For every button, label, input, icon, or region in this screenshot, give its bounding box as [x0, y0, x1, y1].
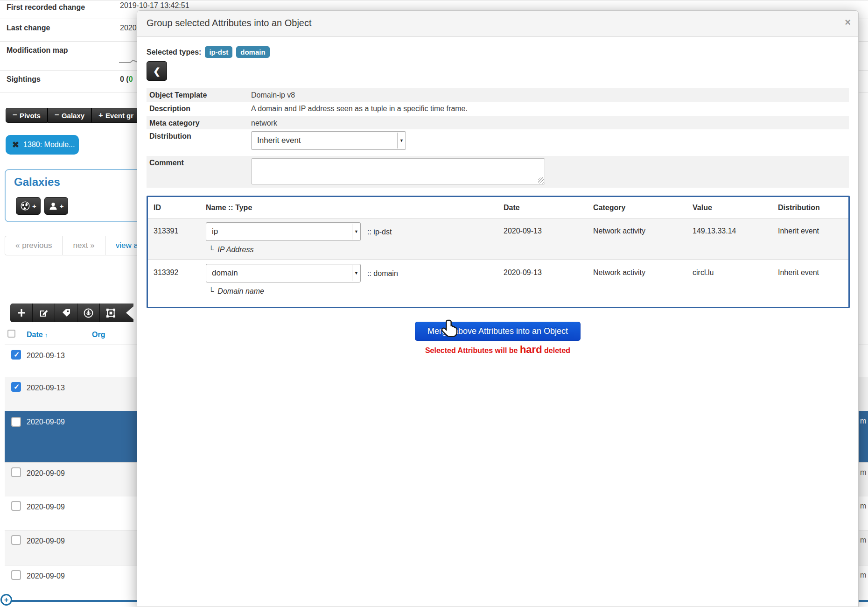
description-text: A domain and IP address seen as a tuple … — [251, 105, 468, 113]
attribute-category: Network activity — [593, 268, 645, 277]
attribute-date: 2020-09-09 — [27, 537, 65, 545]
column-header-value: Value — [693, 204, 712, 212]
attribute-name-select[interactable]: ip — [206, 222, 361, 241]
attribute-type-suffix: :: domain — [367, 269, 398, 278]
sort-asc-icon: ↑ — [45, 332, 48, 339]
org-text: m — [860, 571, 866, 579]
org-text: m — [860, 536, 866, 544]
tab-label: Event gr — [105, 112, 133, 120]
warning-hard-text: hard — [520, 344, 542, 355]
attribute-date: 2020-09-09 — [27, 572, 65, 580]
select-all-checkbox[interactable] — [7, 330, 15, 338]
column-header-distribution: Distribution — [778, 204, 820, 212]
type-badge-ip-dst: ip-dst — [205, 46, 232, 58]
tab-pivots[interactable]: − Pivots — [6, 108, 48, 123]
sparkline-icon — [119, 57, 139, 66]
info-label: Last change — [7, 24, 50, 32]
attribute-date: 2020-09-13 — [504, 268, 542, 277]
org-text: m — [860, 417, 866, 425]
plus-icon: + — [98, 111, 103, 120]
attribute-category: Network activity — [593, 227, 645, 235]
org-text: m — [860, 468, 866, 477]
form-row-comment: Comment — [147, 156, 849, 188]
pivot-chip-1380[interactable]: ✖ 1380: Module... — [6, 135, 79, 155]
sightings-green-count: 0 — [129, 75, 133, 83]
row-checkbox[interactable] — [11, 382, 21, 392]
form-row-distribution: Distribution Inherit event — [147, 129, 849, 156]
attribute-date: 2020-09-09 — [27, 469, 65, 478]
type-badge-domain: domain — [236, 46, 269, 58]
row-checkbox[interactable] — [11, 467, 21, 477]
form-label: Meta category — [149, 119, 200, 127]
row-checkbox[interactable] — [11, 350, 21, 360]
column-header-name-type: Name :: Type — [206, 204, 252, 212]
edit-selected-button[interactable] — [33, 304, 55, 322]
attribute-sub-label: └Domain name — [209, 287, 264, 296]
form-label: Comment — [149, 159, 184, 167]
attribute-type-suffix: :: ip-dst — [367, 228, 392, 236]
column-header-org[interactable]: Org — [92, 331, 105, 339]
pagination-next[interactable]: next » — [63, 236, 105, 255]
add-attribute-button[interactable] — [10, 304, 33, 322]
meta-category-text: network — [251, 119, 277, 127]
add-global-galaxy-button[interactable]: + — [16, 197, 41, 215]
row-checkbox[interactable] — [11, 417, 21, 427]
attribute-date: 2020-09-13 — [27, 352, 65, 360]
distribution-select[interactable]: Inherit event — [251, 131, 406, 150]
corner-icon: └ — [209, 287, 214, 295]
row-checkbox[interactable] — [11, 501, 21, 511]
attribute-id: 313392 — [154, 268, 178, 277]
object-template-link[interactable]: Domain-ip v8 — [251, 91, 295, 99]
modal-table-header: ID Name :: Type Date Category Value Dist… — [148, 197, 848, 219]
resize-grip-icon[interactable] — [538, 177, 544, 184]
form-label: Description — [149, 105, 190, 113]
galaxy-selected-button[interactable] — [77, 304, 100, 322]
close-icon[interactable]: ✖ — [12, 140, 19, 150]
modal-attribute-row: 313392 domain :: domain └Domain name 202… — [148, 260, 848, 307]
column-header-date[interactable]: Date↑ — [27, 331, 48, 339]
org-text: m — [860, 502, 866, 510]
modal-header: Group selected Attributes into an Object… — [137, 11, 858, 37]
plus-icon: + — [32, 202, 36, 210]
distribution-value: Inherit event — [257, 136, 301, 145]
attribute-value: circl.lu — [693, 268, 714, 277]
form-row-description: Description A domain and IP address seen… — [147, 102, 849, 116]
attribute-value: 149.13.33.14 — [693, 227, 736, 235]
add-local-galaxy-button[interactable]: + — [44, 197, 68, 215]
tab-galaxy[interactable]: − Galaxy — [48, 108, 91, 123]
tag-icon — [62, 308, 71, 318]
info-label: Modification map — [7, 46, 68, 55]
form-row-meta-category: Meta category network — [147, 116, 849, 129]
column-header-id: ID — [154, 204, 161, 212]
row-checkbox[interactable] — [11, 570, 21, 580]
circle-plus-icon[interactable]: + — [0, 594, 12, 606]
tag-selected-button[interactable] — [55, 304, 77, 322]
attribute-toolbar — [10, 304, 133, 322]
hard-delete-warning: Selected Attributes will be hard deleted — [137, 344, 858, 356]
modal-attribute-row: 313391 ip :: ip-dst └IP Address 2020-09-… — [148, 219, 848, 260]
info-value: 2019-10-17 13:42:51 — [120, 1, 189, 10]
attribute-id: 313391 — [154, 227, 178, 235]
globe-icon — [20, 201, 30, 211]
galaxy-icon — [84, 308, 93, 318]
back-button[interactable]: ❮ — [147, 61, 167, 81]
row-checkbox[interactable] — [11, 535, 21, 545]
group-into-object-button[interactable] — [100, 304, 122, 322]
selected-types-label: Selected types: — [147, 48, 201, 56]
attribute-name-select[interactable]: domain — [206, 264, 361, 282]
galaxies-title: Galaxies — [14, 176, 60, 189]
attribute-date: 2020-09-09 — [27, 418, 65, 426]
info-label: First recorded change — [7, 3, 85, 12]
comment-textarea[interactable] — [251, 158, 545, 184]
form-label: Distribution — [149, 132, 191, 141]
info-label: Sightings — [7, 75, 41, 84]
pagination-previous[interactable]: « previous — [5, 236, 63, 255]
modal-attributes-table: ID Name :: Type Date Category Value Dist… — [147, 196, 850, 308]
form-row-object-template: Object Template Domain-ip v8 — [147, 88, 849, 102]
attribute-distribution: Inherit event — [778, 227, 819, 235]
close-icon[interactable]: × — [845, 16, 851, 28]
form-label: Object Template — [149, 91, 207, 99]
group-attributes-modal: Group selected Attributes into an Object… — [137, 10, 859, 607]
merge-attributes-button[interactable]: Merge above Attributes into an Object — [415, 322, 581, 341]
attribute-name-value: ip — [212, 227, 218, 236]
